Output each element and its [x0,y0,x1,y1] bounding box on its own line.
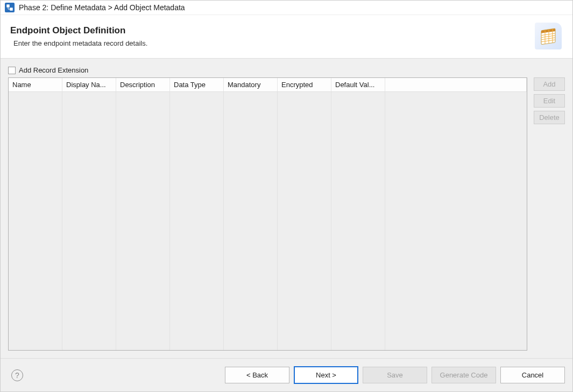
add-record-extension-checkbox[interactable] [8,67,16,74]
column-header-encrypted[interactable]: Encrypted [278,78,331,91]
delete-button[interactable]: Delete [534,111,565,124]
edit-button[interactable]: Edit [534,94,565,108]
content-area: Add Record Extension Name Display Na... … [1,59,572,358]
window-title: Phase 2: Define Metadata > Add Object Me… [19,3,185,12]
add-record-extension-label: Add Record Extension [19,66,88,74]
svg-rect-1 [10,8,13,11]
generate-code-button[interactable]: Generate Code [431,367,496,383]
page-description: Enter the endpoint metadata record detai… [13,39,535,47]
column-header-default-value[interactable]: Default Val... [331,78,385,91]
table-body[interactable] [9,92,527,350]
next-button[interactable]: Next > [294,366,358,384]
svg-rect-0 [7,5,10,8]
add-button[interactable]: Add [534,77,565,91]
page-header: Endpoint Object Definition Enter the end… [1,15,572,59]
help-icon[interactable]: ? [11,369,23,381]
wizard-footer: ? < Back Next > Save Generate Code Cance… [1,358,572,391]
table-area: Name Display Na... Description Data Type… [8,77,565,351]
metadata-table: Name Display Na... Description Data Type… [8,77,527,351]
column-header-data-type[interactable]: Data Type [170,78,224,91]
page-title: Endpoint Object Definition [10,25,535,36]
save-button[interactable]: Save [363,367,427,383]
table-header-row: Name Display Na... Description Data Type… [9,78,527,92]
app-icon [5,3,15,12]
column-header-name[interactable]: Name [9,78,62,91]
spreadsheet-icon [540,27,556,45]
column-header-display-name[interactable]: Display Na... [62,78,116,91]
page-header-text: Endpoint Object Definition Enter the end… [10,25,535,47]
column-header-spacer [385,78,527,91]
table-side-buttons: Add Edit Delete [534,77,565,351]
column-header-mandatory[interactable]: Mandatory [224,78,278,91]
titlebar: Phase 2: Define Metadata > Add Object Me… [1,1,572,15]
back-button[interactable]: < Back [225,367,289,383]
cancel-button[interactable]: Cancel [500,367,565,383]
add-record-extension-row: Add Record Extension [8,66,565,74]
column-header-description[interactable]: Description [116,78,170,91]
header-illustration [535,23,562,49]
